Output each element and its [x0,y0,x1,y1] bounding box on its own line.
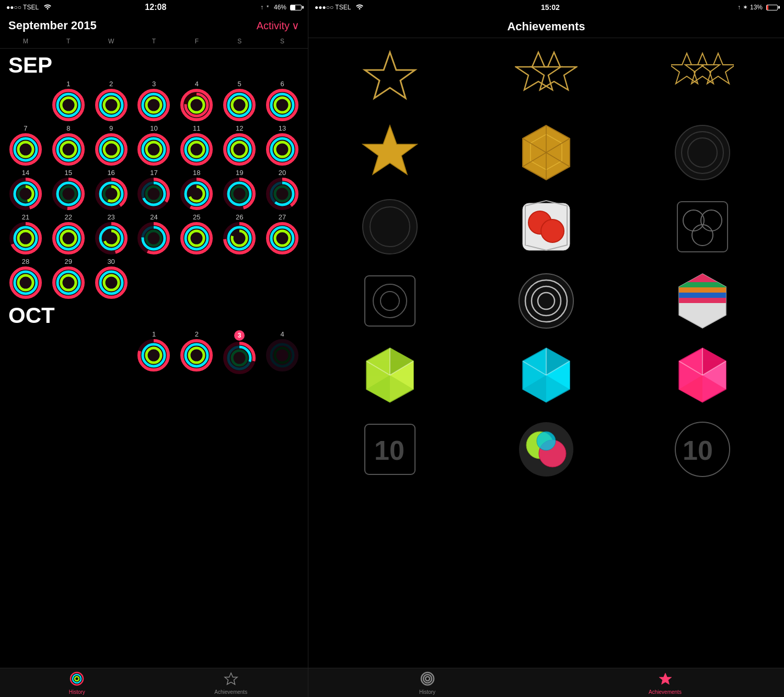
badge-square-outline[interactable] [356,267,424,335]
achievements-label-right: Achievements [649,689,682,695]
badge-circle-num-outline[interactable]: 10 [668,415,736,483]
achievement-row-1 [315,44,778,112]
month-title: September 2015 [8,19,97,32]
nav-history-right[interactable]: History [308,671,546,695]
cal-cell-sep-11[interactable]: 11 [175,123,218,167]
left-bottom-nav: History Achievements [0,668,308,697]
history-label-right: History [419,689,435,695]
svg-point-184 [692,225,713,246]
achievement-row-5 [315,341,778,409]
badge-hex-pink[interactable] [668,341,736,409]
cal-cell-sep-3[interactable]: 3 [133,79,176,122]
cal-cell-sep-7[interactable]: 7 [4,123,47,167]
cal-cell-sep-30[interactable]: 30 [90,257,133,300]
right-bottom-nav: History Achievements [308,668,784,697]
cal-cell-sep-17[interactable]: 17 [133,168,176,211]
svg-point-159 [75,677,79,681]
svg-point-176 [363,200,417,254]
badge-circle-white-rings[interactable] [512,267,580,335]
cal-cell-sep-18[interactable]: 18 [175,168,218,211]
cal-cell-sep-16[interactable]: 16 [90,168,133,211]
today-indicator: 3 [234,330,245,341]
nav-achievements-right[interactable]: Achievements [546,671,784,695]
left-carrier: ●●○○ TSEL [6,4,51,11]
cal-cell-sep-29[interactable]: 29 [47,257,90,300]
badge-trefoil-outline[interactable] [668,193,736,261]
day-label-wed: W [90,37,133,46]
svg-rect-198 [679,298,726,303]
cal-cell-sep-28[interactable]: 28 [4,257,47,300]
cal-cell-sep-27[interactable]: 27 [261,212,304,255]
cal-cell-oct-4[interactable]: 4 [261,329,304,375]
cal-cell-sep-1[interactable]: 1 [47,79,90,122]
right-status-bar: ●●●○○ TSEL 15:02 ↑ ✶ 13% [308,0,784,15]
cal-cell-sep-24[interactable]: 24 [133,212,176,255]
achievements-title: Achievements [308,15,784,38]
cal-cell-sep-8[interactable]: 8 [47,123,90,167]
right-time: 15:02 [541,3,560,11]
cal-cell-sep-5[interactable]: 5 [218,79,261,122]
achievements-star-icon-right [658,671,673,688]
calendar-day-labels: M T W T F S S [0,34,308,49]
achievements-label-left: Achievements [214,689,247,695]
badge-circle-dark-2[interactable] [356,193,424,261]
badge-star-outline-3[interactable] [668,44,736,112]
badge-shield-red[interactable] [512,193,580,261]
cal-cell-sep-15[interactable]: 15 [47,168,90,211]
svg-rect-185 [365,276,415,326]
history-rings-icon-right [420,671,435,688]
cal-cell-sep-4[interactable]: 4 [175,79,218,122]
right-carrier: ●●●○○ TSEL [315,4,363,11]
calendar-body: SEP 1 2 3 [0,49,308,668]
day-label-thu: T [133,37,176,46]
cal-cell-sep-10[interactable]: 10 [133,123,176,167]
svg-point-232 [423,675,432,683]
svg-marker-167 [363,125,417,175]
empty-4 [261,257,304,300]
svg-point-188 [519,274,573,328]
empty-oct-2 [47,329,90,375]
sep-week-4: 21 22 23 24 [4,212,304,255]
history-rings-icon [70,671,84,688]
badge-hex-green[interactable] [356,341,424,409]
cal-cell-sep-21[interactable]: 21 [4,212,47,255]
day-label-sat: S [218,37,261,46]
badge-circle-dark[interactable] [668,119,736,187]
badge-star-outline-1[interactable] [356,44,424,112]
empty-2 [175,257,218,300]
cal-cell-sep-12[interactable]: 12 [218,123,261,167]
badge-star-outline-2[interactable] [512,44,580,112]
cal-cell-oct-2[interactable]: 2 [175,329,218,375]
left-time: 12:08 [145,3,166,12]
badge-orb-colorful[interactable] [512,415,580,483]
left-panel: ●●○○ TSEL 12:08 ↑ * 46% September 2015 A… [0,0,308,697]
cal-cell-sep-26[interactable]: 26 [218,212,261,255]
cal-cell-sep-9[interactable]: 9 [90,123,133,167]
cal-cell-oct-1[interactable]: 1 [133,329,176,375]
svg-rect-197 [679,293,726,298]
achievements-grid: 10 10 [308,38,784,668]
nav-achievements-left[interactable]: Achievements [154,671,308,695]
cal-cell-sep-13[interactable]: 13 [261,123,304,167]
oct-week-1: 1 2 3 [4,329,304,375]
cal-cell-sep-22[interactable]: 22 [47,212,90,255]
cal-cell-sep-19[interactable]: 19 [218,168,261,211]
cal-cell-sep-20[interactable]: 20 [261,168,304,211]
cal-cell-sep-6[interactable]: 6 [261,79,304,122]
right-battery-pct: 13% [750,4,763,11]
svg-point-233 [425,677,430,681]
cal-cell-sep-25[interactable]: 25 [175,212,218,255]
badge-hex-cyan[interactable] [512,341,580,409]
nav-history-left[interactable]: History [0,671,154,695]
cal-cell-sep-14[interactable]: 14 [4,168,47,211]
badge-square-num-outline[interactable]: 10 [356,415,424,483]
cal-cell-sep-2[interactable]: 2 [90,79,133,122]
activity-selector[interactable]: Activity ∨ [257,19,299,32]
cal-cell-sep-23[interactable]: 23 [90,212,133,255]
achievements-star-icon-left [224,671,238,688]
badge-hex-colored-stripes[interactable] [668,267,736,335]
badge-star-solid-gold[interactable] [356,119,424,187]
badge-hex-gold[interactable] [512,119,580,187]
cal-cell-oct-3-today[interactable]: 3 [218,329,261,375]
svg-rect-194 [679,274,726,282]
